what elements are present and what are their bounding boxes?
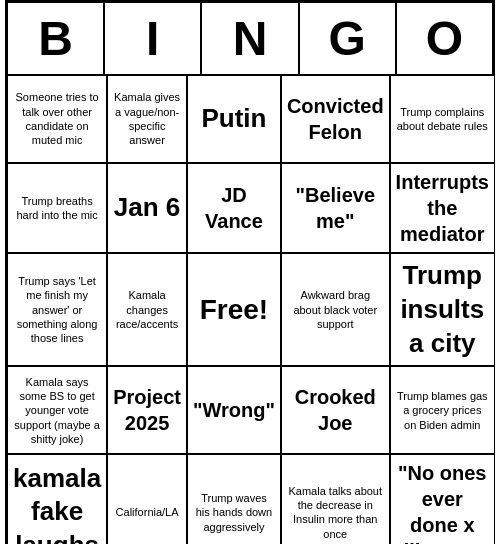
bingo-cell-2: Putin	[187, 75, 281, 163]
bingo-cell-7: JD Vance	[187, 163, 281, 253]
bingo-cell-13: Awkward brag about black voter support	[281, 253, 390, 366]
bingo-cell-5: Trump breaths hard into the mic	[7, 163, 107, 253]
bingo-grid: Someone tries to talk over other candida…	[7, 75, 493, 544]
bingo-cell-14: Trump insults a city	[390, 253, 495, 366]
bingo-letter-N: N	[201, 2, 298, 75]
bingo-letter-B: B	[7, 2, 104, 75]
bingo-cell-16: Project 2025	[107, 366, 187, 454]
bingo-cell-17: "Wrong"	[187, 366, 281, 454]
bingo-header: BINGO	[7, 2, 493, 75]
bingo-cell-24: "No ones ever done x like me"	[390, 454, 495, 544]
bingo-cell-12: Free!	[187, 253, 281, 366]
bingo-cell-11: Kamala changes race/accents	[107, 253, 187, 366]
bingo-cell-9: Interrupts the mediator	[390, 163, 495, 253]
bingo-letter-O: O	[396, 2, 493, 75]
bingo-cell-22: Trump waves his hands down aggressively	[187, 454, 281, 544]
bingo-cell-18: Crooked Joe	[281, 366, 390, 454]
bingo-cell-8: "Believe me"	[281, 163, 390, 253]
bingo-cell-21: California/LA	[107, 454, 187, 544]
bingo-letter-I: I	[104, 2, 201, 75]
bingo-cell-10: Trump says 'Let me finish my answer' or …	[7, 253, 107, 366]
bingo-cell-20: kamala fake laughs	[7, 454, 107, 544]
bingo-cell-15: Kamala says some BS to get younger vote …	[7, 366, 107, 454]
bingo-letter-G: G	[299, 2, 396, 75]
bingo-cell-3: Convicted Felon	[281, 75, 390, 163]
bingo-cell-4: Trump complains about debate rules	[390, 75, 495, 163]
bingo-card: BINGO Someone tries to talk over other c…	[5, 0, 495, 544]
bingo-cell-23: Kamala talks about the decrease in Insul…	[281, 454, 390, 544]
bingo-cell-6: Jan 6	[107, 163, 187, 253]
bingo-cell-1: Kamala gives a vague/non-specific answer	[107, 75, 187, 163]
bingo-cell-19: Trump blames gas a grocery prices on Bid…	[390, 366, 495, 454]
bingo-cell-0: Someone tries to talk over other candida…	[7, 75, 107, 163]
